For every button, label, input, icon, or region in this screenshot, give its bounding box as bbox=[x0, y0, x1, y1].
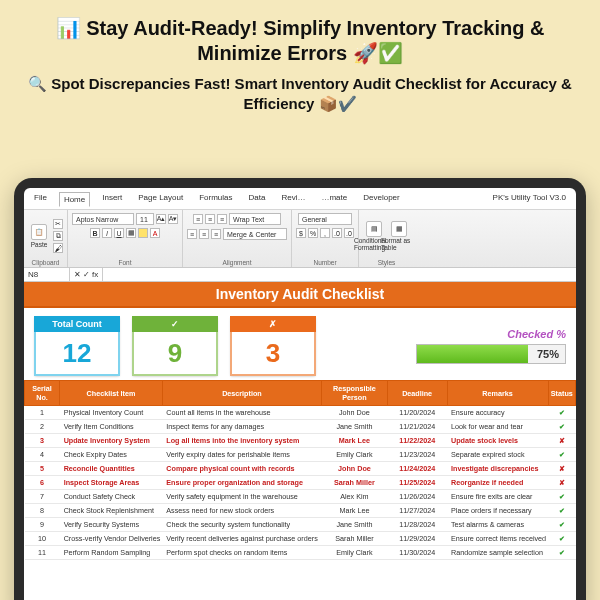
checklist-table[interactable]: Serial No. Checklist Item Description Re… bbox=[24, 380, 576, 560]
cell-status[interactable]: ✔ bbox=[548, 518, 575, 532]
cell-person[interactable]: Sarah Miller bbox=[322, 532, 388, 546]
cell-person[interactable]: Emily Clark bbox=[322, 546, 388, 560]
cell-person[interactable]: John Doe bbox=[322, 462, 388, 476]
menu-home[interactable]: Home bbox=[59, 192, 90, 207]
col-item[interactable]: Checklist Item bbox=[60, 381, 163, 406]
menu-automate[interactable]: …mate bbox=[317, 191, 351, 206]
cell-deadline[interactable]: 11/21/2024 bbox=[387, 420, 447, 434]
fill-color-icon[interactable] bbox=[138, 228, 148, 238]
cell-deadline[interactable]: 11/29/2024 bbox=[387, 532, 447, 546]
copy-icon[interactable]: ⧉ bbox=[53, 231, 63, 241]
cell-status[interactable]: ✘ bbox=[548, 434, 575, 448]
menu-page-layout[interactable]: Page Layout bbox=[134, 191, 187, 206]
cell-status[interactable]: ✔ bbox=[548, 490, 575, 504]
cell-remarks[interactable]: Ensure correct items received bbox=[447, 532, 548, 546]
cell-remarks[interactable]: Investigate discrepancies bbox=[447, 462, 548, 476]
cell-remarks[interactable]: Place orders if necessary bbox=[447, 504, 548, 518]
cell-deadline[interactable]: 11/22/2024 bbox=[387, 434, 447, 448]
cell-serial[interactable]: 5 bbox=[25, 462, 60, 476]
cell-deadline[interactable]: 11/20/2024 bbox=[387, 406, 447, 420]
col-person[interactable]: Responsible Person bbox=[322, 381, 388, 406]
fx-icon[interactable]: fx bbox=[92, 270, 98, 279]
cell-status[interactable]: ✘ bbox=[548, 462, 575, 476]
align-right-icon[interactable]: ≡ bbox=[211, 229, 221, 239]
cell-serial[interactable]: 11 bbox=[25, 546, 60, 560]
italic-icon[interactable]: I bbox=[102, 228, 112, 238]
cell-desc[interactable]: Inspect items for any damages bbox=[162, 420, 321, 434]
cell-deadline[interactable]: 11/27/2024 bbox=[387, 504, 447, 518]
cell-item[interactable]: Perform Random Sampling bbox=[60, 546, 163, 560]
table-row[interactable]: 1Physical Inventory CountCount all items… bbox=[25, 406, 576, 420]
cell-item[interactable]: Physical Inventory Count bbox=[60, 406, 163, 420]
table-row[interactable]: 7Conduct Safety CheckVerify safety equip… bbox=[25, 490, 576, 504]
cell-serial[interactable]: 6 bbox=[25, 476, 60, 490]
table-row[interactable]: 3Update Inventory SystemLog all items in… bbox=[25, 434, 576, 448]
col-remarks[interactable]: Remarks bbox=[447, 381, 548, 406]
cell-deadline[interactable]: 11/30/2024 bbox=[387, 546, 447, 560]
worksheet[interactable]: Inventory Audit Checklist Total Count 12… bbox=[24, 282, 576, 600]
cell-serial[interactable]: 8 bbox=[25, 504, 60, 518]
merge-center-button[interactable]: Merge & Center bbox=[223, 228, 287, 240]
cell-status[interactable]: ✔ bbox=[548, 406, 575, 420]
cell-person[interactable]: Mark Lee bbox=[322, 504, 388, 518]
cell-deadline[interactable]: 11/28/2024 bbox=[387, 518, 447, 532]
cancel-fx-icon[interactable]: ✕ bbox=[74, 270, 81, 279]
col-serial[interactable]: Serial No. bbox=[25, 381, 60, 406]
font-name-select[interactable]: Aptos Narrow bbox=[72, 213, 134, 225]
cell-person[interactable]: Emily Clark bbox=[322, 448, 388, 462]
cell-desc[interactable]: Assess need for new stock orders bbox=[162, 504, 321, 518]
table-row[interactable]: 8Check Stock ReplenishmentAssess need fo… bbox=[25, 504, 576, 518]
align-left-icon[interactable]: ≡ bbox=[187, 229, 197, 239]
cell-serial[interactable]: 7 bbox=[25, 490, 60, 504]
cell-desc[interactable]: Ensure proper organization and storage bbox=[162, 476, 321, 490]
cell-desc[interactable]: Verify expiry dates for perishable items bbox=[162, 448, 321, 462]
percent-icon[interactable]: % bbox=[308, 228, 318, 238]
cell-item[interactable]: Conduct Safety Check bbox=[60, 490, 163, 504]
wrap-text-button[interactable]: Wrap Text bbox=[229, 213, 281, 225]
cell-desc[interactable]: Check the security system functionality bbox=[162, 518, 321, 532]
cell-remarks[interactable]: Ensure fire exits are clear bbox=[447, 490, 548, 504]
menu-developer[interactable]: Developer bbox=[359, 191, 403, 206]
inc-decimal-icon[interactable]: .0 bbox=[332, 228, 342, 238]
inc-font-icon[interactable]: A▴ bbox=[156, 214, 166, 224]
cell-status[interactable]: ✔ bbox=[548, 504, 575, 518]
cell-remarks[interactable]: Test alarms & cameras bbox=[447, 518, 548, 532]
cell-item[interactable]: Cross-verify Vendor Deliveries bbox=[60, 532, 163, 546]
table-row[interactable]: 5Reconcile QuantitiesCompare physical co… bbox=[25, 462, 576, 476]
cell-remarks[interactable]: Randomize sample selection bbox=[447, 546, 548, 560]
format-as-table-button[interactable]: ▦ Format as Table bbox=[388, 221, 410, 251]
cell-item[interactable]: Verify Item Conditions bbox=[60, 420, 163, 434]
col-desc[interactable]: Description bbox=[162, 381, 321, 406]
cell-serial[interactable]: 9 bbox=[25, 518, 60, 532]
cell-serial[interactable]: 1 bbox=[25, 406, 60, 420]
cut-icon[interactable]: ✂ bbox=[53, 219, 63, 229]
cell-item[interactable]: Reconcile Quantities bbox=[60, 462, 163, 476]
cell-serial[interactable]: 10 bbox=[25, 532, 60, 546]
menu-utility-tool[interactable]: PK's Utility Tool V3.0 bbox=[489, 191, 570, 206]
cell-remarks[interactable]: Ensure accuracy bbox=[447, 406, 548, 420]
bold-icon[interactable]: B bbox=[90, 228, 100, 238]
menu-data[interactable]: Data bbox=[245, 191, 270, 206]
table-row[interactable]: 6Inspect Storage AreasEnsure proper orga… bbox=[25, 476, 576, 490]
cell-item[interactable]: Update Inventory System bbox=[60, 434, 163, 448]
align-bot-icon[interactable]: ≡ bbox=[217, 214, 227, 224]
dec-decimal-icon[interactable]: .0 bbox=[344, 228, 354, 238]
number-format-select[interactable]: General bbox=[298, 213, 352, 225]
cell-remarks[interactable]: Update stock levels bbox=[447, 434, 548, 448]
menu-formulas[interactable]: Formulas bbox=[195, 191, 236, 206]
table-row[interactable]: 9Verify Security SystemsCheck the securi… bbox=[25, 518, 576, 532]
borders-icon[interactable]: ▦ bbox=[126, 228, 136, 238]
col-status[interactable]: Status bbox=[548, 381, 575, 406]
currency-icon[interactable]: $ bbox=[296, 228, 306, 238]
font-color-icon[interactable]: A bbox=[150, 228, 160, 238]
cell-person[interactable]: Mark Lee bbox=[322, 434, 388, 448]
paste-button[interactable]: 📋 Paste bbox=[28, 221, 50, 251]
cell-remarks[interactable]: Separate expired stock bbox=[447, 448, 548, 462]
cell-desc[interactable]: Verify recent deliveries against purchas… bbox=[162, 532, 321, 546]
cell-serial[interactable]: 3 bbox=[25, 434, 60, 448]
format-painter-icon[interactable]: 🖌 bbox=[53, 243, 63, 253]
comma-icon[interactable]: , bbox=[320, 228, 330, 238]
menu-insert[interactable]: Insert bbox=[98, 191, 126, 206]
menu-review[interactable]: Revi… bbox=[277, 191, 309, 206]
table-row[interactable]: 2Verify Item ConditionsInspect items for… bbox=[25, 420, 576, 434]
